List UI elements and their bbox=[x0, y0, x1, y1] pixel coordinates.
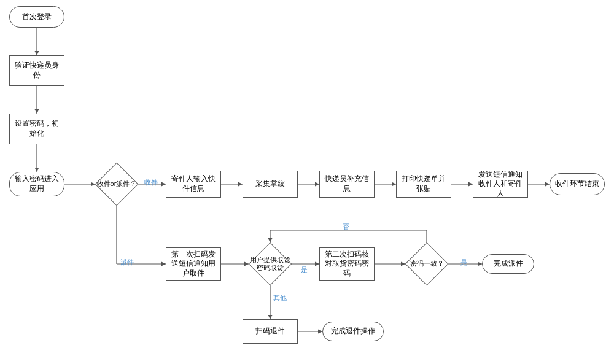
node-collect-palmprint: 采集掌纹 bbox=[243, 171, 298, 198]
node-first-scan-sms: 第一次扫码发送短信通知用户取件 bbox=[166, 247, 221, 281]
label-pickup: 收件 bbox=[144, 178, 158, 187]
label-no: 否 bbox=[343, 222, 349, 231]
node-verify-courier: 验证快递员身份 bbox=[9, 55, 64, 86]
decision-pickup-or-deliver: 收件or派件？ bbox=[95, 163, 138, 206]
node-second-scan-verify: 第二次扫码核对取货密码密码 bbox=[319, 247, 375, 281]
node-delivery-complete: 完成派件 bbox=[482, 254, 534, 274]
node-print-label: 打印快递单并张贴 bbox=[396, 171, 451, 198]
label-deliver: 派件 bbox=[120, 258, 134, 267]
node-pickup-end: 收件环节结束 bbox=[550, 173, 605, 195]
node-courier-supplement: 快递员补充信息 bbox=[319, 171, 375, 198]
decision-password-match: 密码一致？ bbox=[405, 242, 448, 285]
node-first-login: 首次登录 bbox=[9, 6, 64, 28]
node-set-password: 设置密码，初始化 bbox=[9, 114, 64, 144]
label-yes-1: 是 bbox=[301, 265, 308, 274]
label-yes-2: 是 bbox=[460, 258, 467, 267]
node-enter-password: 输入密码进入应用 bbox=[9, 172, 64, 196]
decision-user-password: 用户提供取货密码取货 bbox=[249, 242, 292, 285]
node-scan-return: 扫码退件 bbox=[243, 319, 298, 344]
node-send-sms: 发送短信通知收件人和寄件人 bbox=[473, 171, 528, 198]
node-return-complete: 完成退件操作 bbox=[322, 322, 384, 341]
label-other: 其他 bbox=[273, 293, 287, 303]
node-sender-input: 寄件人输入快件信息 bbox=[166, 171, 221, 198]
